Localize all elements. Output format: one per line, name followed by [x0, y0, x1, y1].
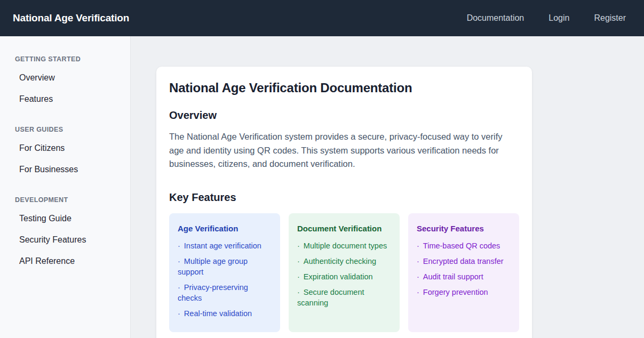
sidebar: GETTING STARTED Overview Features USER G…: [0, 36, 131, 338]
feature-item: ·Time-based QR codes: [417, 240, 511, 251]
feature-item: ·Multiple age group support: [178, 256, 272, 277]
bullet-marker: ·: [178, 309, 180, 318]
feature-card-title: Document Verification: [297, 224, 391, 233]
feature-item-label: Real-time validation: [184, 309, 252, 318]
sidebar-item-testing-guide[interactable]: Testing Guide: [0, 208, 130, 229]
feature-item-label: Secure document scanning: [297, 288, 364, 307]
feature-item-label: Multiple document types: [304, 242, 387, 250]
bullet-marker: ·: [178, 257, 180, 265]
bullet-marker: ·: [178, 283, 180, 292]
feature-item-label: Audit trail support: [423, 272, 483, 281]
brand-title[interactable]: National Age Verification: [13, 12, 129, 24]
sidebar-item-for-businesses[interactable]: For Businesses: [0, 159, 130, 180]
bullet-marker: ·: [417, 242, 419, 250]
overview-paragraph: The National Age Verification system pro…: [169, 130, 519, 171]
feature-item-label: Multiple age group support: [178, 257, 248, 276]
feature-item: ·Authenticity checking: [297, 256, 391, 267]
bullet-marker: ·: [417, 272, 419, 281]
sidebar-item-overview[interactable]: Overview: [0, 67, 130, 88]
feature-item: ·Secure document scanning: [297, 287, 391, 308]
nav-link-register[interactable]: Register: [594, 13, 626, 23]
feature-item-label: Instant age verification: [184, 242, 261, 250]
sidebar-item-features[interactable]: Features: [0, 88, 130, 110]
page-title: National Age Verification Documentation: [169, 81, 519, 95]
feature-item: ·Multiple document types: [297, 240, 391, 251]
feature-card-document-verification: Document Verification ·Multiple document…: [289, 213, 400, 332]
nav-link-documentation[interactable]: Documentation: [467, 13, 524, 23]
page-layout: GETTING STARTED Overview Features USER G…: [0, 36, 644, 338]
main-content: National Age Verification Documentation …: [131, 36, 644, 338]
feature-item-label: Forgery prevention: [423, 288, 488, 296]
feature-item: ·Real-time validation: [178, 308, 272, 319]
bullet-marker: ·: [417, 288, 419, 296]
feature-card-title: Security Features: [417, 224, 511, 233]
feature-card-age-verification: Age Verification ·Instant age verificati…: [169, 213, 280, 332]
sidebar-section-getting-started: GETTING STARTED Overview Features: [0, 55, 130, 110]
bullet-marker: ·: [178, 242, 180, 250]
bullet-marker: ·: [297, 288, 300, 296]
sidebar-section-development: DEVELOPMENT Testing Guide Security Featu…: [0, 196, 130, 272]
sidebar-item-api-reference[interactable]: API Reference: [0, 251, 130, 272]
bullet-marker: ·: [297, 242, 300, 250]
nav-link-login[interactable]: Login: [548, 13, 569, 23]
feature-item: ·Forgery prevention: [417, 287, 511, 297]
feature-item-label: Privacy-preserving checks: [178, 283, 248, 302]
feature-item-label: Encrypted data transfer: [423, 257, 504, 265]
sidebar-section-title: DEVELOPMENT: [0, 196, 130, 204]
feature-item-label: Authenticity checking: [304, 257, 376, 265]
top-navbar: National Age Verification Documentation …: [0, 0, 644, 36]
feature-item: ·Encrypted data transfer: [417, 256, 511, 267]
feature-item: ·Privacy-preserving checks: [178, 282, 272, 303]
overview-heading: Overview: [169, 109, 519, 122]
bullet-marker: ·: [297, 272, 300, 281]
key-features-heading: Key Features: [169, 191, 519, 204]
navbar-links: Documentation Login Register: [467, 13, 626, 23]
sidebar-item-for-citizens[interactable]: For Citizens: [0, 138, 130, 159]
sidebar-item-security-features[interactable]: Security Features: [0, 229, 130, 251]
feature-item: ·Instant age verification: [178, 240, 272, 251]
doc-card: National Age Verification Documentation …: [156, 67, 532, 338]
feature-card-security-features: Security Features ·Time-based QR codes ·…: [408, 213, 519, 332]
feature-item-label: Time-based QR codes: [423, 242, 500, 250]
bullet-marker: ·: [417, 257, 419, 265]
bullet-marker: ·: [297, 257, 300, 265]
feature-item: ·Expiration validation: [297, 271, 391, 282]
feature-cards-row: Age Verification ·Instant age verificati…: [169, 213, 519, 332]
feature-item-label: Expiration validation: [304, 272, 373, 281]
feature-card-title: Age Verification: [178, 224, 272, 233]
sidebar-section-title: USER GUIDES: [0, 126, 130, 133]
sidebar-section-user-guides: USER GUIDES For Citizens For Businesses: [0, 126, 130, 180]
feature-item: ·Audit trail support: [417, 271, 511, 282]
sidebar-section-title: GETTING STARTED: [0, 55, 130, 63]
